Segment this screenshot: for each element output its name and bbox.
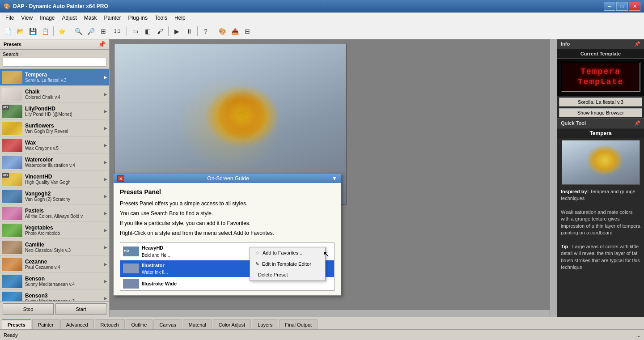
tab-painter[interactable]: Painter	[32, 319, 59, 329]
canvas-scrollbar-horizontal[interactable]	[110, 310, 550, 317]
tab-retouch[interactable]: Retouch	[95, 319, 125, 329]
preset-thumb-vangogh2	[2, 190, 22, 203]
preset-expand-arrow: ▶	[104, 177, 107, 182]
menu-bar: File View Image Adjust Mask Painter Plug…	[0, 13, 644, 23]
preset-name-label: Vegetables	[25, 225, 101, 231]
minimize-button[interactable]: ─	[604, 2, 615, 11]
info-pin[interactable]: 📌	[634, 41, 640, 47]
canvas-area[interactable]: ✕ On-Screen Guide ▼ Presets Panel Preset…	[110, 39, 557, 317]
preset-item-tempera[interactable]: TemperaSorolla. La fiesta! v.3▶	[0, 69, 109, 86]
quick-tool-pin[interactable]: 📌	[634, 120, 640, 126]
menu-view[interactable]: View	[17, 13, 36, 23]
toolbar-zoom-in[interactable]: 🔍	[72, 26, 84, 37]
preset-info-watercolor: WatercolorWatercolor Illustration v.4	[25, 157, 101, 168]
maximize-button[interactable]: □	[616, 2, 628, 11]
preset-expand-arrow: ▶	[104, 143, 107, 148]
search-input[interactable]	[3, 58, 106, 67]
preset-info-lilypondhd: LilyPondHDLily Pond HD (@Monet)	[25, 106, 101, 117]
menu-help[interactable]: Help	[171, 13, 189, 23]
preset-info-vangogh2: Vangogh2Van Gogh (2) Scratchy	[25, 191, 101, 202]
preset-item-vangogh2[interactable]: Vangogh2Van Gogh (2) Scratchy▶	[0, 188, 109, 205]
main-container: Presets 📌 Search: TemperaSorolla. La fie…	[0, 39, 644, 317]
preset-item-vincenthd[interactable]: HDVincentHDHigh Quality Van Gogh▶	[0, 171, 109, 188]
preset-item-benson3[interactable]: Benson3Sunny Mediterranean v.3▶	[0, 290, 109, 301]
ctx-delete-label: Delete Preset	[258, 271, 288, 279]
canvas-scrollbar-vertical[interactable]	[550, 39, 557, 317]
toolbar-zoom-100[interactable]: 1:1	[110, 26, 124, 37]
toolbar-play[interactable]: ▶	[171, 26, 182, 37]
menu-image[interactable]: Image	[36, 13, 58, 23]
menu-plugins[interactable]: Plug-ins	[125, 13, 151, 23]
info-title: Info	[561, 41, 570, 47]
mini-item-illustrator-label: Illustrator Water Ink Il...	[142, 262, 168, 276]
toolbar-help[interactable]: ?	[200, 26, 212, 37]
toolbar-zoom-fit[interactable]: ⊞	[97, 26, 109, 37]
preset-info-chalk: ChalkColored Chalk v.4	[25, 89, 101, 100]
guide-p3: If you like a particular style, you can …	[120, 219, 335, 227]
presets-list[interactable]: TemperaSorolla. La fiesta! v.3▶ChalkColo…	[0, 69, 109, 301]
tab-final-output[interactable]: Final Output	[279, 319, 318, 329]
preset-item-lilypondhd[interactable]: HDLilyPondHDLily Pond HD (@Monet)▶	[0, 103, 109, 120]
mini-item-illustrator-sub: Water Ink Il...	[142, 269, 168, 276]
preset-sub-label: Sorolla. La fiesta! v.3	[25, 78, 101, 83]
preset-item-chalk[interactable]: ChalkColored Chalk v.4▶	[0, 86, 109, 103]
tab-outline[interactable]: Outline	[126, 319, 153, 329]
preset-expand-arrow: ▶	[104, 194, 107, 199]
menu-tools[interactable]: Tools	[151, 13, 171, 23]
preset-item-pastels[interactable]: PastelsAll the Colors, Allways Bold v.▶	[0, 205, 109, 222]
preset-item-sunflowers[interactable]: SunflowersVan Gogh Dry Reveal▶	[0, 120, 109, 137]
menu-adjust[interactable]: Adjust	[59, 13, 80, 23]
toolbar-open[interactable]: 📂	[14, 26, 26, 37]
presets-panel-header: Presets 📌	[0, 39, 109, 50]
toolbar-canvas[interactable]: ⊟	[242, 26, 253, 37]
toolbar-brush[interactable]: 🖌	[154, 26, 166, 37]
toolbar-copy[interactable]: 📋	[39, 26, 51, 37]
preset-item-benson[interactable]: BensonSunny Mediterranean v.4▶	[0, 273, 109, 290]
tab-color-adjust[interactable]: Color Adjust	[213, 319, 251, 329]
tab-canvas[interactable]: Canvas	[153, 319, 182, 329]
start-button[interactable]: Start	[55, 303, 106, 315]
toolbar-star[interactable]: ⭐	[56, 26, 68, 37]
mini-item-heavyhd-name: HeavyHD	[142, 244, 170, 252]
ctx-add-favorites[interactable]: ☆ Add to Favorites...	[250, 247, 325, 259]
preset-info-vegetables: VegetablesPhoto Arcimboldo	[25, 225, 101, 236]
preset-thumb-wax	[2, 139, 22, 152]
guide-pin-button[interactable]: ▼	[332, 175, 337, 182]
ctx-edit-template[interactable]: ✎ Edit in Template Editor	[250, 259, 325, 270]
menu-mask[interactable]: Mask	[80, 13, 101, 23]
preset-item-wax[interactable]: WaxWax Crayons v.5▶	[0, 137, 109, 154]
toolbar-pause[interactable]: ⏸	[183, 26, 195, 37]
show-image-browser-button[interactable]: Show Image Browser	[559, 108, 642, 117]
stop-button[interactable]: Stop	[3, 303, 54, 315]
ctx-delete-preset[interactable]: Delete Preset	[250, 269, 325, 280]
toolbar-save[interactable]: 💾	[27, 26, 38, 37]
toolbar-select[interactable]: ▭	[129, 26, 141, 37]
toolbar-new[interactable]: 📄	[2, 26, 13, 37]
presets-pin[interactable]: 📌	[98, 41, 106, 48]
preset-item-camille[interactable]: CamilleNeo-Classical Style v.3▶	[0, 239, 109, 256]
toolbar-zoom-out[interactable]: 🔎	[85, 26, 97, 37]
menu-painter[interactable]: Painter	[101, 13, 125, 23]
preset-expand-arrow: ▶	[104, 279, 107, 284]
preset-item-watercolor[interactable]: WatercolorWatercolor Illustration v.4▶	[0, 154, 109, 171]
mini-item-heavyhd-label: HeavyHD Bold and He...	[142, 244, 170, 259]
toolbar-mask[interactable]: ◧	[142, 26, 153, 37]
tab-advanced[interactable]: Advanced	[60, 319, 94, 329]
preset-item-cezanne[interactable]: CezannePaul Cezanne v.4▶	[0, 256, 109, 273]
app-icon: 🎨	[4, 3, 10, 9]
tab-material[interactable]: Material	[183, 319, 212, 329]
template-led-display: TemperaTempLate	[561, 62, 640, 92]
tab-layers[interactable]: Layers	[252, 319, 278, 329]
preset-item-vegetables[interactable]: VegetablesPhoto Arcimboldo▶	[0, 222, 109, 239]
menu-file[interactable]: File	[2, 13, 17, 23]
toolbar-export[interactable]: 📤	[229, 26, 241, 37]
preset-sub-label: Neo-Classical Style v.3	[25, 248, 101, 253]
quick-tool-thumbnail	[562, 140, 640, 185]
close-button[interactable]: ✕	[629, 2, 640, 11]
preset-thumb-benson	[2, 275, 22, 288]
guide-close-button[interactable]: ✕	[117, 175, 124, 182]
preset-info-camille: CamilleNeo-Classical Style v.3	[25, 242, 101, 253]
presets-title: Presets	[4, 42, 21, 47]
tab-presets[interactable]: Presets	[2, 319, 31, 329]
toolbar-paint-start[interactable]: 🎨	[216, 26, 228, 37]
